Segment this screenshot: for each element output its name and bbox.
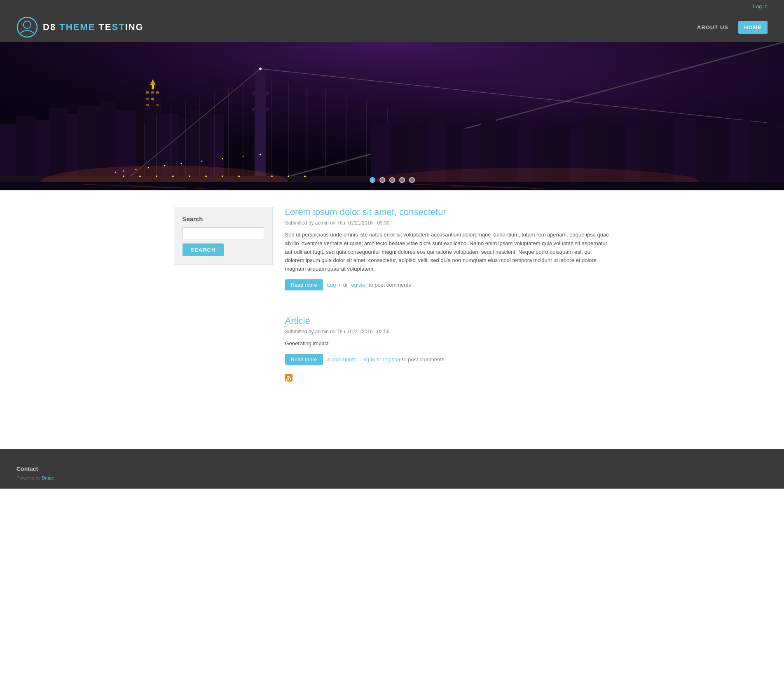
svg-rect-22 (156, 104, 159, 106)
slide-dot-2[interactable] (379, 177, 385, 183)
nav-about-us[interactable]: ABOUT US (691, 21, 734, 34)
footer-powered-text: Powered by (16, 475, 40, 480)
main-wrapper: Search SEARCH Lorem ipsum dolor sit amet… (166, 190, 619, 424)
svg-point-99 (243, 156, 244, 157)
article-1-title[interactable]: Lorem ipsum dolor sit amet, consectetur (285, 207, 611, 218)
article-2-or: or (377, 356, 381, 363)
article-1-register-link[interactable]: register (349, 282, 367, 288)
svg-rect-20 (151, 98, 154, 100)
article-2-body: Generating impact (285, 339, 611, 348)
svg-point-0 (17, 17, 37, 37)
search-heading: Search (183, 215, 264, 222)
svg-rect-17 (151, 91, 154, 94)
article-1-or: or (343, 282, 348, 288)
svg-rect-83 (767, 122, 784, 190)
svg-rect-82 (749, 126, 768, 190)
article-1-read-more[interactable]: Read more (285, 279, 323, 290)
svg-point-102 (286, 379, 288, 381)
svg-point-92 (123, 171, 124, 172)
article-2-comments-link[interactable]: 3 comments (327, 356, 356, 363)
articles-main: Lorem ipsum dolor sit amet, consectetur … (285, 207, 611, 408)
main-nav: ABOUT US HOME (691, 21, 768, 34)
svg-point-59 (288, 176, 289, 177)
svg-rect-81 (729, 120, 750, 190)
svg-point-95 (164, 165, 166, 166)
svg-rect-30 (252, 108, 269, 111)
logo-icon (16, 16, 38, 38)
search-button[interactable]: SEARCH (183, 243, 224, 256)
article-2-title[interactable]: Article (285, 316, 611, 326)
sidebar: Search SEARCH (174, 207, 273, 408)
article-1-meta: Submitted by admin on Thu, 01/21/2016 - … (285, 220, 611, 226)
article-1-post-text: to post comments (369, 282, 411, 288)
article-2: Article Submitted by admin on Thu, 01/21… (285, 316, 611, 395)
article-1-body: Sed ut perspiciatis unde omnis iste natu… (285, 231, 611, 274)
article-2-actions: Read more 3 comments Log in or register … (285, 354, 611, 365)
article-2-login-link[interactable]: Log in (360, 356, 375, 363)
footer-powered-link[interactable]: Drupe (42, 475, 54, 480)
svg-rect-18 (156, 91, 159, 94)
svg-point-100 (260, 154, 261, 155)
rss-container (285, 370, 611, 383)
header-top: Log in (0, 0, 784, 12)
svg-rect-21 (146, 104, 149, 106)
footer-contact: Contact Powered by Drupe (16, 466, 768, 480)
logo-link[interactable]: D8 THEME TESTING (16, 16, 144, 38)
svg-rect-16 (146, 91, 149, 94)
svg-point-94 (148, 167, 149, 168)
article-2-login-text: Log in or register to post comments (360, 356, 445, 363)
article-1: Lorem ipsum dolor sit amet, consectetur … (285, 207, 611, 303)
svg-point-98 (222, 158, 223, 159)
login-link[interactable]: Log in (753, 3, 768, 9)
article-1-actions: Read more Log in or register to post com… (285, 279, 611, 290)
rss-icon (285, 374, 293, 381)
slide-dot-3[interactable] (389, 177, 395, 183)
article-2-read-more[interactable]: Read more (285, 354, 323, 365)
article-2-meta: Submitted by admin on Thu, 01/21/2016 - … (285, 329, 611, 335)
search-widget: Search SEARCH (174, 207, 273, 265)
svg-point-93 (136, 169, 137, 170)
article-1-login-text: Log in or register to post comments (327, 282, 411, 288)
svg-point-60 (304, 176, 306, 177)
svg-rect-19 (146, 98, 149, 100)
svg-rect-86 (0, 182, 784, 190)
hero-image (0, 42, 784, 190)
search-input[interactable] (183, 227, 264, 239)
svg-point-91 (115, 172, 116, 173)
header-main: D8 THEME TESTING ABOUT US HOME (0, 12, 784, 42)
footer-contact-heading: Contact (16, 466, 768, 472)
slide-dot-1[interactable] (370, 177, 375, 183)
hero-slideshow (0, 42, 784, 190)
svg-rect-15 (152, 85, 154, 89)
slide-dot-5[interactable] (409, 177, 415, 183)
svg-rect-80 (714, 129, 730, 190)
article-1-login-link[interactable]: Log in (327, 282, 342, 288)
slide-dot-4[interactable] (399, 177, 405, 183)
slide-dots (370, 177, 415, 183)
svg-point-96 (181, 163, 182, 164)
footer: Contact Powered by Drupe (0, 449, 784, 489)
article-2-register-link[interactable]: register (383, 356, 400, 363)
article-2-post-text: to post comments (402, 356, 445, 363)
svg-point-1 (23, 21, 31, 28)
svg-point-97 (201, 161, 203, 162)
logo-title: D8 THEME TESTING (43, 22, 144, 33)
svg-rect-29 (252, 91, 269, 95)
nav-home[interactable]: HOME (738, 21, 768, 34)
footer-powered: Powered by Drupe (16, 475, 768, 480)
